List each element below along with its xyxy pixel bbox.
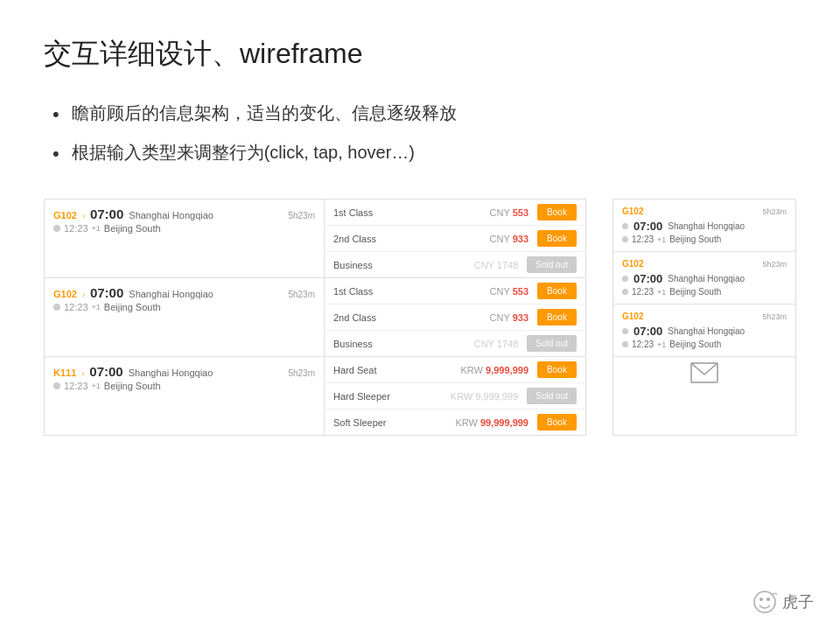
mini-train-1: G102 5h23m 07:00 Shanghai Hongqiao 12:23… <box>613 200 795 252</box>
mini-depart-3: 07:00 Shanghai Hongqiao <box>622 325 787 338</box>
slide: 交互详细设计、wireframe 瞻前顾后的信息架构，适当的变化、信息逐级释放 … <box>0 0 840 630</box>
amount-2-1: 933 <box>513 312 528 323</box>
class-name-2-2: Business <box>333 339 403 349</box>
left-wireframe: G102 › 07:00 Shanghai Hongqiao 5h23m 12:… <box>44 199 586 436</box>
mini-arrive-time-3: 12:23 <box>632 340 654 349</box>
watermark-text: 虎子 <box>782 592 814 612</box>
svg-point-3 <box>766 598 770 601</box>
mini-train-2: G102 5h23m 07:00 Shanghai Hongqiao 12:23… <box>613 252 795 304</box>
train-depart-1: G102 › 07:00 Shanghai Hongqiao 5h23m <box>53 206 315 221</box>
book-btn-1-0[interactable]: Book <box>537 204 577 220</box>
mini-id-3: G102 <box>622 312 643 321</box>
book-btn-1-1[interactable]: Book <box>537 230 577 247</box>
mini-arrive-time-1: 12:23 <box>632 234 654 244</box>
amount-1-2: 1748 <box>497 260 518 270</box>
mini-header-3: G102 5h23m <box>622 312 787 321</box>
class-name-1-1: 2nd Class <box>333 234 403 244</box>
mini-header-2: G102 5h23m <box>622 259 787 269</box>
class-price-2-1: CNY 933 <box>403 312 528 323</box>
right-wireframe: G102 5h23m 07:00 Shanghai Hongqiao 12:23… <box>612 199 796 436</box>
soldout-btn-2-2[interactable]: Sold out <box>527 335 577 352</box>
mini-plus-2: +1 <box>657 288 666 297</box>
arrive-dot-2 <box>53 304 60 311</box>
currency-3-0: KRW <box>461 365 483 375</box>
currency-2-1: CNY <box>490 312 510 323</box>
class-name-3-1: Hard Sleeper <box>333 391 403 402</box>
mini-duration-2: 5h23m <box>762 260 787 269</box>
mini-dot-arrive-2 <box>622 289 628 295</box>
train-arrive-1: 12:23 +1 Beijing South <box>53 223 315 234</box>
amount-3-2: 99,999,999 <box>480 417 528 428</box>
train-time-2: 07:00 <box>90 285 123 300</box>
mini-id-1: G102 <box>622 206 643 216</box>
mini-arrive-station-3: Beijing South <box>669 340 721 349</box>
class-price-2-2: CNY 1748 <box>403 339 518 349</box>
plus-1: +1 <box>92 224 101 233</box>
book-btn-2-1[interactable]: Book <box>537 309 577 326</box>
bullet-1: 瞻前顾后的信息架构，适当的变化、信息逐级释放 <box>52 100 796 129</box>
mini-depart-station-1: Shanghai Hongqiao <box>668 221 745 231</box>
mini-time-2: 07:00 <box>634 272 662 285</box>
watermark-logo-icon <box>752 590 777 614</box>
mini-plus-3: +1 <box>657 340 666 349</box>
class-name-3-2: Soft Sleeper <box>333 417 403 428</box>
depart-station-3: Shanghai Hongqiao <box>129 368 214 378</box>
class-price-3-1: KRW 9,999,999 <box>403 391 518 402</box>
train-classes-1: 1st Class CNY 553 Book 2nd Class CNY <box>325 200 585 277</box>
depart-station-2: Shanghai Hongqiao <box>129 289 214 299</box>
amount-3-1: 9,999,999 <box>475 391 518 402</box>
class-price-3-0: KRW 9,999,999 <box>403 365 528 375</box>
arrive-station-2: Beijing South <box>104 302 161 312</box>
soldout-btn-1-2[interactable]: Sold out <box>527 256 577 273</box>
book-btn-3-2[interactable]: Book <box>537 414 577 430</box>
book-btn-3-0[interactable]: Book <box>537 361 577 378</box>
class-row-2-0: 1st Class CNY 553 Book <box>325 278 585 304</box>
class-price-2-0: CNY 553 <box>403 286 528 297</box>
mini-dot-arrive-1 <box>622 236 628 242</box>
mini-arrive-1: 12:23 +1 Beijing South <box>622 234 787 244</box>
arrive-dot-3 <box>53 382 60 389</box>
bullet-2: 根据输入类型来调整行为(click, tap, hover…) <box>52 139 796 168</box>
arrive-time-1: 12:23 <box>64 223 88 234</box>
class-row-3-1: Hard Sleeper KRW 9,999,999 Sold out <box>325 383 585 410</box>
class-row-2-2: Business CNY 1748 Sold out <box>325 331 585 356</box>
mini-duration-1: 5h23m <box>762 207 787 216</box>
amount-1-1: 933 <box>513 234 528 244</box>
class-price-1-2: CNY 1748 <box>403 260 518 270</box>
arrive-time-3: 12:23 <box>64 381 88 391</box>
currency-3-2: KRW <box>455 417 477 428</box>
soldout-btn-3-1[interactable]: Sold out <box>527 388 577 404</box>
mini-arrive-station-2: Beijing South <box>669 287 721 297</box>
book-btn-2-0[interactable]: Book <box>537 283 577 299</box>
train-id-2: G102 <box>53 289 77 299</box>
class-name-3-0: Hard Seat <box>333 365 403 375</box>
class-price-1-1: CNY 933 <box>403 234 528 244</box>
train-arrive-3: 12:23 +1 Beijing South <box>53 381 315 391</box>
class-row-1-1: 2nd Class CNY 933 Book <box>325 226 585 252</box>
train-item-1: G102 › 07:00 Shanghai Hongqiao 5h23m 12:… <box>45 200 585 278</box>
mini-depart-station-2: Shanghai Hongqiao <box>668 274 745 284</box>
train-item-3: K111 › 07:00 Shanghai Hongqiao 5h23m 12:… <box>45 357 585 435</box>
amount-2-0: 553 <box>513 286 528 297</box>
currency-1-0: CNY <box>490 207 510 218</box>
mini-dot-arrive-3 <box>622 341 628 347</box>
amount-1-0: 553 <box>513 207 528 218</box>
mini-time-1: 07:00 <box>634 220 662 233</box>
bullet-list: 瞻前顾后的信息架构，适当的变化、信息逐级释放 根据输入类型来调整行为(click… <box>52 100 796 168</box>
mini-id-2: G102 <box>622 259 643 269</box>
mini-arrive-2: 12:23 +1 Beijing South <box>622 287 787 297</box>
train-classes-3: Hard Seat KRW 9,999,999 Book Hard Sleepe… <box>325 357 585 435</box>
train-item-2: G102 › 07:00 Shanghai Hongqiao 5h23m 12:… <box>45 278 585 357</box>
train-id-3: K111 <box>53 368 76 378</box>
class-name-2-1: 2nd Class <box>333 312 403 323</box>
arrive-time-2: 12:23 <box>64 302 88 312</box>
mini-plus-1: +1 <box>657 235 666 244</box>
wireframes-container: G102 › 07:00 Shanghai Hongqiao 5h23m 12:… <box>44 199 796 436</box>
currency-2-0: CNY <box>490 286 510 297</box>
class-price-3-2: KRW 99,999,999 <box>403 417 528 428</box>
mini-dot-depart-2 <box>622 276 628 282</box>
mini-dot-depart-3 <box>622 328 628 334</box>
currency-3-1: KRW <box>451 391 472 402</box>
train-info-2: G102 › 07:00 Shanghai Hongqiao 5h23m 12:… <box>45 278 325 356</box>
duration-3: 5h23m <box>288 368 315 378</box>
